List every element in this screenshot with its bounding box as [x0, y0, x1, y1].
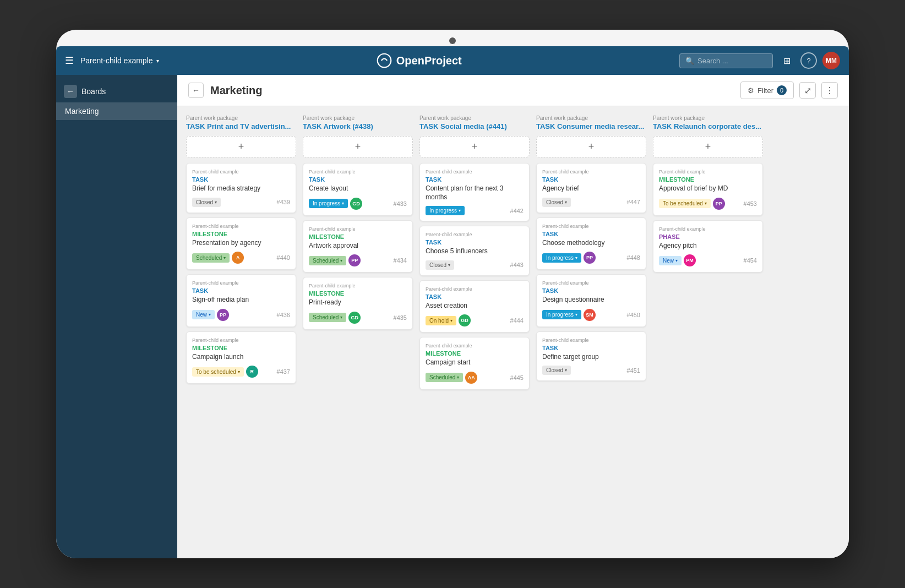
card-avatar-1-2: GD: [348, 312, 361, 324]
sidebar-item-marketing[interactable]: Marketing: [56, 102, 177, 120]
card-number-2-2: #444: [510, 317, 524, 324]
card-footer-4-1: New▾PM#454: [659, 254, 757, 266]
status-badge-1-2[interactable]: Scheduled▾: [309, 313, 346, 322]
status-badge-1-0[interactable]: In progress▾: [309, 199, 348, 208]
add-card-btn-2[interactable]: +: [419, 136, 530, 157]
board-column-4: Parent work packageTASK Relaunch corpora…: [653, 115, 763, 277]
status-badge-3-0[interactable]: Closed▾: [542, 198, 571, 207]
card-footer-1-1: Scheduled▾PP#434: [309, 254, 407, 266]
status-badge-3-1[interactable]: In progress▾: [542, 253, 581, 263]
content-area: ← Marketing ⚙ Filter 0 ⤢ ⋮: [177, 75, 849, 558]
status-badge-2-0[interactable]: In progress▾: [426, 206, 465, 215]
status-badge-0-2[interactable]: New▾: [192, 310, 215, 319]
board-column-2: Parent work packageTASK Social media (#4…: [419, 115, 530, 394]
card-type-3-3: TASK: [542, 345, 640, 351]
card-0-2: Parent-child exampleTASKSign-off media p…: [186, 274, 296, 327]
sidebar-boards-label: Boards: [81, 87, 106, 96]
card-number-2-1: #443: [510, 262, 524, 268]
page-title: Marketing: [210, 84, 262, 97]
status-badge-0-0[interactable]: Closed▾: [192, 198, 221, 207]
parent-work-package-label-2: Parent work package: [419, 115, 530, 121]
card-title-2-2: Asset creation: [426, 302, 524, 311]
card-type-4-1: PHASE: [659, 233, 757, 240]
status-badge-2-3[interactable]: Scheduled▾: [426, 373, 463, 382]
sidebar-back-btn[interactable]: ← Boards: [56, 80, 177, 102]
card-title-2-3: Campaign start: [426, 358, 524, 367]
status-badge-4-1[interactable]: New▾: [659, 256, 682, 265]
card-type-0-1: MILESTONE: [192, 231, 290, 237]
card-number-0-3: #437: [277, 368, 290, 375]
card-parent-label-3-2: Parent-child example: [542, 280, 640, 286]
content-back-btn[interactable]: ←: [188, 83, 204, 98]
card-number-4-0: #453: [744, 200, 757, 207]
column-title-2: TASK Social media (#441): [419, 122, 530, 130]
card-4-1: Parent-child examplePHASEAgency pitchNew…: [653, 220, 763, 273]
card-number-1-0: #433: [394, 200, 407, 207]
status-badge-2-1[interactable]: Closed▾: [426, 260, 454, 270]
card-parent-label-2-2: Parent-child example: [426, 286, 524, 292]
card-type-1-0: TASK: [309, 176, 407, 183]
status-badge-1-1[interactable]: Scheduled▾: [309, 256, 346, 265]
add-card-btn-4[interactable]: +: [653, 136, 763, 157]
card-footer-0-0: Closed▾#439: [192, 198, 290, 207]
card-type-0-3: MILESTONE: [192, 345, 290, 351]
card-type-2-0: TASK: [426, 176, 524, 183]
card-avatar-0-1: A: [232, 252, 244, 264]
card-number-1-1: #434: [394, 257, 407, 264]
sidebar-marketing-label: Marketing: [65, 107, 99, 116]
card-title-3-3: Define target group: [542, 353, 640, 362]
card-parent-label-0-2: Parent-child example: [192, 280, 290, 286]
project-selector[interactable]: Parent-child example ▾: [80, 56, 159, 65]
card-footer-3-1: In progress▾PP#448: [542, 252, 640, 264]
status-badge-3-2[interactable]: In progress▾: [542, 310, 581, 319]
add-card-btn-1[interactable]: +: [303, 136, 413, 157]
more-options-btn[interactable]: ⋮: [821, 82, 838, 99]
card-type-0-0: TASK: [192, 176, 290, 183]
status-badge-0-3[interactable]: To be scheduled▾: [192, 367, 244, 377]
status-badge-3-3[interactable]: Closed▾: [542, 366, 571, 375]
card-number-0-1: #440: [277, 254, 290, 261]
card-avatar-4-0: PP: [713, 198, 725, 210]
card-footer-3-0: Closed▾#447: [542, 198, 640, 207]
parent-work-package-label-1: Parent work package: [303, 115, 413, 121]
card-0-3: Parent-child exampleMILESTONECampaign la…: [186, 331, 296, 384]
user-avatar[interactable]: MM: [822, 52, 840, 69]
card-avatar-1-0: GD: [350, 198, 362, 210]
card-3-3: Parent-child exampleTASKDefine target gr…: [536, 331, 646, 382]
card-parent-label-4-0: Parent-child example: [659, 169, 757, 175]
card-1-2: Parent-child exampleMILESTONEPrint-ready…: [303, 277, 413, 330]
search-icon: 🔍: [685, 57, 694, 65]
search-box[interactable]: 🔍: [679, 53, 773, 68]
filter-button[interactable]: ⚙ Filter 0: [740, 81, 794, 99]
card-footer-1-2: Scheduled▾GD#435: [309, 312, 407, 324]
status-badge-0-1[interactable]: Scheduled▾: [192, 253, 230, 263]
status-badge-2-2[interactable]: On hold▾: [426, 316, 456, 325]
status-badge-4-0[interactable]: To be scheduled▾: [659, 199, 711, 208]
column-header-2: Parent work packageTASK Social media (#4…: [419, 115, 530, 130]
card-title-1-0: Create layout: [309, 184, 407, 193]
card-number-1-2: #435: [394, 314, 407, 321]
top-nav: ☰ Parent-child example ▾ OpenProject 🔍 ⊞…: [56, 46, 849, 75]
card-footer-0-2: New▾PP#436: [192, 309, 290, 321]
card-title-4-1: Agency pitch: [659, 242, 757, 251]
fullscreen-btn[interactable]: ⤢: [799, 82, 816, 99]
grid-icon-btn[interactable]: ⊞: [778, 52, 795, 69]
add-card-btn-3[interactable]: +: [536, 136, 646, 157]
card-parent-label-1-1: Parent-child example: [309, 226, 407, 232]
main-layout: ← Boards Marketing ← Marketing: [56, 75, 849, 558]
top-nav-right: 🔍 ⊞ ? MM: [679, 52, 840, 69]
add-card-btn-0[interactable]: +: [186, 136, 296, 157]
app-name: OpenProject: [396, 55, 462, 67]
filter-count-badge: 0: [777, 85, 787, 95]
card-title-4-0: Approval of brief by MD: [659, 184, 757, 193]
card-title-0-1: Presentation by agency: [192, 239, 290, 248]
card-title-0-0: Brief for media strategy: [192, 184, 290, 193]
hamburger-icon[interactable]: ☰: [65, 55, 74, 67]
search-input[interactable]: [697, 57, 769, 65]
card-parent-label-3-3: Parent-child example: [542, 337, 640, 343]
card-footer-2-2: On hold▾GD#444: [426, 314, 524, 326]
card-title-3-1: Choose methodology: [542, 239, 640, 248]
card-type-2-3: MILESTONE: [426, 350, 524, 357]
help-icon-btn[interactable]: ?: [800, 52, 817, 69]
card-type-3-0: TASK: [542, 176, 640, 183]
